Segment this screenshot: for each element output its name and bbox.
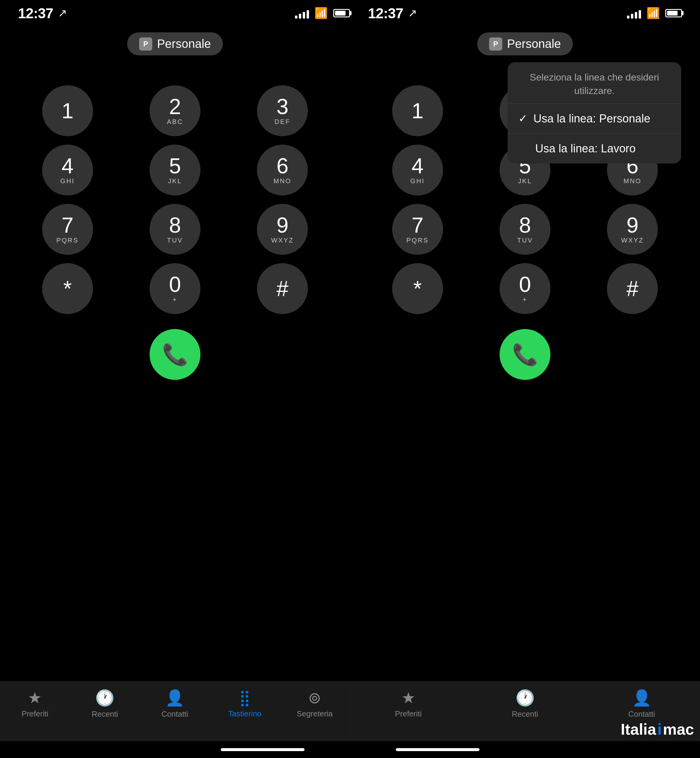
dropdown-header: Seleziona la linea che desideri utilizza… xyxy=(508,62,681,104)
tab-keypad-left[interactable]: ⣿ Tastierino xyxy=(210,689,280,719)
sim-button-right[interactable]: P Personale xyxy=(477,32,573,55)
grid-icon-left: ⣿ xyxy=(239,689,250,707)
key-9-left[interactable]: 9 WXYZ xyxy=(257,204,308,255)
home-indicator-left[interactable] xyxy=(175,748,350,751)
signal-bar-r3 xyxy=(635,12,637,19)
checkmark-icon: ✓ xyxy=(519,112,527,125)
tab-contacts-label-right: Contatti xyxy=(628,709,655,719)
tab-recents-label-left: Recenti xyxy=(92,709,118,719)
key-9-right[interactable]: 9 WXYZ xyxy=(607,204,658,255)
star-icon-right: ★ xyxy=(402,689,416,707)
call-button-right[interactable]: 📞 xyxy=(500,329,550,380)
tab-contacts-right[interactable]: 👤 Contatti xyxy=(583,689,700,719)
tab-favorites-label-right: Preferiti xyxy=(395,709,422,719)
call-icon-left: 📞 xyxy=(162,342,188,367)
status-bar-right: 12:37 ↗ 📶 xyxy=(350,5,682,22)
option-personal-label: Usa la linea: Personale xyxy=(533,112,650,125)
key-7-left[interactable]: 7 PQRS xyxy=(42,204,93,255)
watermark-mac: mac xyxy=(663,720,694,738)
signal-left xyxy=(295,8,309,19)
location-icon-left: ↗ xyxy=(58,7,67,19)
dropdown-option-personal[interactable]: ✓ Usa la linea: Personale xyxy=(508,104,681,134)
key-8-left[interactable]: 8 TUV xyxy=(150,204,200,255)
clock-icon-left: 🕐 xyxy=(95,689,114,707)
wifi-icon-left: 📶 xyxy=(314,7,328,19)
key-0-left[interactable]: 0 + xyxy=(150,263,200,314)
tab-bar-right: ★ Preferiti 🕐 Recenti 👤 Contatti Italiai… xyxy=(350,682,700,741)
tab-contacts-left[interactable]: 👤 Contatti xyxy=(140,689,210,719)
status-bar-left: 12:37 ↗ 📶 xyxy=(18,5,350,22)
sim-dropdown: Seleziona la linea che desideri utilizza… xyxy=(508,62,681,163)
status-bar: 12:37 ↗ 📶 12:37 ↗ 📶 xyxy=(0,0,700,27)
tab-favorites-label-left: Preferiti xyxy=(22,709,48,719)
phone-panel-left: P Personale 1 2 ABC 3 DEF 4 GHI 5 JK xyxy=(0,27,350,681)
key-0-right[interactable]: 0 + xyxy=(500,263,550,314)
tab-bar-left: ★ Preferiti 🕐 Recenti 👤 Contatti ⣿ Tasti… xyxy=(0,682,350,741)
home-indicator-right[interactable] xyxy=(350,748,525,751)
wifi-icon-right: 📶 xyxy=(647,7,660,19)
key-star-right[interactable]: * xyxy=(392,263,443,314)
sim-button-left[interactable]: P Personale xyxy=(127,32,223,55)
dropdown-option-work[interactable]: Usa la linea: Lavoro xyxy=(508,134,681,163)
call-icon-right: 📞 xyxy=(512,342,538,367)
call-button-left[interactable]: 📞 xyxy=(150,329,200,380)
key-6-left[interactable]: 6 MNO xyxy=(257,145,308,196)
key-1-left[interactable]: 1 xyxy=(42,85,93,136)
person-icon-left: 👤 xyxy=(165,689,184,707)
tab-contacts-label-left: Contatti xyxy=(161,709,189,719)
tab-bar: ★ Preferiti 🕐 Recenti 👤 Contatti ⣿ Tasti… xyxy=(0,681,700,741)
watermark: Italiaimac xyxy=(621,720,694,738)
tab-keypad-label-left: Tastierino xyxy=(228,709,261,719)
location-icon-right: ↗ xyxy=(408,7,417,19)
key-7-right[interactable]: 7 PQRS xyxy=(392,204,443,255)
signal-bar-r4 xyxy=(639,10,641,19)
call-row-right: 📞 xyxy=(350,320,700,392)
key-3-left[interactable]: 3 DEF xyxy=(257,85,308,136)
sim-icon-right: P xyxy=(489,38,502,50)
signal-bar-3 xyxy=(303,12,305,19)
star-icon-left: ★ xyxy=(28,689,42,707)
status-icons-right: 📶 xyxy=(627,7,682,19)
battery-fill-left xyxy=(335,11,345,16)
key-2-left[interactable]: 2 ABC xyxy=(150,85,200,136)
battery-fill-right xyxy=(667,11,678,16)
tab-recents-left[interactable]: 🕐 Recenti xyxy=(70,689,140,719)
tab-voicemail-left[interactable]: ⊚ Segreteria xyxy=(280,689,350,719)
key-4-right[interactable]: 4 GHI xyxy=(392,145,443,196)
home-bar-left xyxy=(221,748,305,751)
signal-bar-r2 xyxy=(631,14,633,19)
key-8-right[interactable]: 8 TUV xyxy=(500,204,550,255)
watermark-italia: Italia xyxy=(621,720,656,738)
call-row-left: 📞 xyxy=(0,320,350,392)
tab-voicemail-label-left: Segreteria xyxy=(297,709,333,719)
key-hash-left[interactable]: # xyxy=(257,263,308,314)
signal-bar-2 xyxy=(299,14,301,19)
voicemail-icon-left: ⊚ xyxy=(308,689,321,707)
tab-favorites-left[interactable]: ★ Preferiti xyxy=(0,689,70,719)
keypad-left: 1 2 ABC 3 DEF 4 GHI 5 JKL 6 MNO xyxy=(0,67,350,320)
key-star-left[interactable]: * xyxy=(42,263,93,314)
home-bar-right xyxy=(396,748,480,751)
signal-bar-r1 xyxy=(627,16,630,19)
phones-container: P Personale 1 2 ABC 3 DEF 4 GHI 5 JK xyxy=(0,27,700,681)
key-hash-right[interactable]: # xyxy=(607,263,658,314)
status-icons-left: 📶 xyxy=(295,7,350,19)
home-indicators xyxy=(0,741,700,758)
person-icon-right: 👤 xyxy=(632,689,652,707)
time-right: 12:37 xyxy=(368,5,403,22)
battery-right xyxy=(665,9,682,17)
tab-favorites-right[interactable]: ★ Preferiti xyxy=(350,689,467,719)
signal-bar-4 xyxy=(306,10,309,19)
battery-left xyxy=(333,9,350,17)
time-left: 12:37 xyxy=(18,5,53,22)
sim-icon-left: P xyxy=(139,38,152,50)
sim-label-left: Personale xyxy=(157,37,211,50)
tab-recents-right[interactable]: 🕐 Recenti xyxy=(467,689,583,719)
phone-panel-right: P Personale Seleziona la linea che desid… xyxy=(350,27,700,681)
key-4-left[interactable]: 4 GHI xyxy=(42,145,93,196)
signal-bar-1 xyxy=(295,16,297,19)
tab-recents-label-right: Recenti xyxy=(512,709,538,719)
signal-right xyxy=(627,8,641,19)
key-5-left[interactable]: 5 JKL xyxy=(150,145,200,196)
key-1-right[interactable]: 1 xyxy=(392,85,443,136)
